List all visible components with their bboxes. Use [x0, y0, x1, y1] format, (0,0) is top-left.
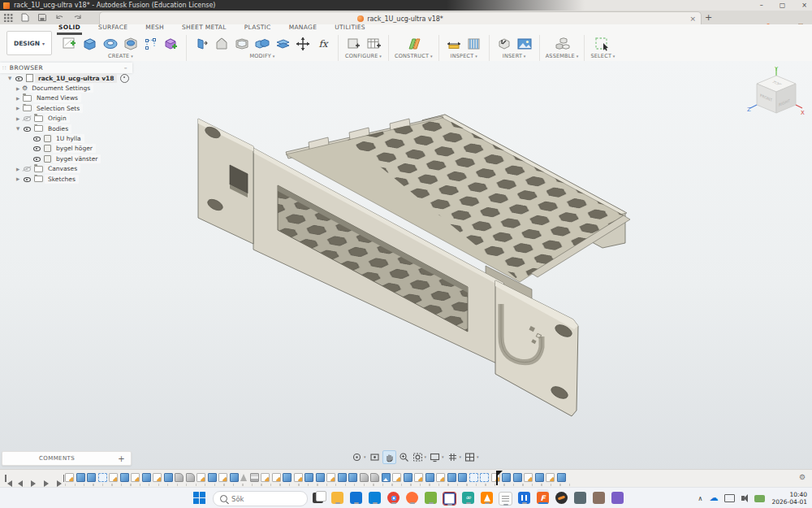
- step-back-button[interactable]: [18, 475, 25, 482]
- extrude-icon[interactable]: [81, 36, 99, 52]
- taskbar-app-icon[interactable]: [481, 489, 493, 504]
- browser-item-named-views[interactable]: ▶ Named Views: [0, 93, 132, 103]
- timeline-feature[interactable]: [513, 473, 522, 482]
- timeline-position-marker[interactable]: [496, 471, 498, 485]
- model-right-ear[interactable]: [495, 280, 578, 416]
- look-at-icon[interactable]: [369, 451, 381, 463]
- timeline-feature[interactable]: [218, 473, 227, 482]
- timeline-feature[interactable]: [524, 473, 533, 482]
- browser-item-body-bygel-vanster[interactable]: bygel vänster: [0, 154, 132, 163]
- timeline-feature[interactable]: [261, 473, 270, 482]
- construct-group-label[interactable]: CONSTRUCT: [395, 53, 433, 59]
- timeline-feature[interactable]: [326, 473, 335, 482]
- browser-item-bodies[interactable]: ▼ Bodies: [0, 124, 132, 133]
- timeline-feature[interactable]: [250, 473, 259, 482]
- timeline-feature[interactable]: [557, 473, 566, 482]
- press-pull-icon[interactable]: [192, 36, 210, 52]
- insert-mesh-icon[interactable]: [495, 36, 513, 52]
- save-icon[interactable]: [37, 13, 47, 22]
- configuration-icon[interactable]: [344, 36, 362, 52]
- browser-item-sketches[interactable]: ▶ Sketches: [0, 174, 132, 184]
- timeline-feature[interactable]: [131, 473, 140, 482]
- ribbon-tab[interactable]: SURFACE: [97, 24, 129, 35]
- timeline-feature[interactable]: [283, 473, 292, 482]
- taskbar-clock[interactable]: 10:40 2026-04-01: [771, 491, 807, 506]
- create-group-label[interactable]: CREATE: [108, 53, 133, 59]
- timeline-feature[interactable]: [382, 473, 391, 482]
- volume-icon[interactable]: [741, 496, 745, 501]
- taskbar-app-icon[interactable]: [443, 489, 456, 506]
- timeline-feature[interactable]: [436, 473, 445, 482]
- timeline-feature[interactable]: [414, 473, 423, 482]
- taskbar-app-icon[interactable]: [574, 489, 586, 504]
- close-button[interactable]: ×: [801, 0, 807, 11]
- browser-header[interactable]: ∷ BROWSER –: [0, 63, 132, 73]
- browser-item-document-settings[interactable]: ▶ ⚙ Document Settings: [0, 83, 132, 93]
- configuration-table-icon[interactable]: [365, 36, 382, 52]
- browser-item-body-bygel-hoger[interactable]: bygel höger: [0, 144, 132, 154]
- task-view-button[interactable]: [313, 493, 323, 503]
- timeline-settings-gear-icon[interactable]: ⚙: [799, 473, 806, 481]
- construction-plane-icon[interactable]: [404, 36, 422, 52]
- orbit-icon[interactable]: [351, 451, 363, 463]
- select-group-label[interactable]: SELECT: [590, 53, 615, 59]
- timeline-feature[interactable]: [175, 473, 184, 482]
- browser-item-root[interactable]: ▼ rack_1U_ucg-ultra v18: [0, 73, 132, 83]
- drag-grip-icon[interactable]: ∷: [2, 65, 6, 72]
- ribbon-tab[interactable]: UTILITIES: [333, 24, 367, 35]
- chamfer-icon[interactable]: [213, 36, 231, 52]
- expander-icon[interactable]: ▶: [15, 167, 21, 172]
- timeline-feature[interactable]: [469, 473, 478, 482]
- viewport-canvas[interactable]: ∷ BROWSER – ▼ rack_1U_ucg-ultra v18 ▶ ⚙ …: [0, 61, 812, 469]
- view-cube[interactable]: Y TOP FRONT RIGHT Z X: [747, 64, 806, 123]
- taskbar-app-icon[interactable]: [555, 489, 568, 504]
- revolve-icon[interactable]: [102, 36, 119, 52]
- timeline-feature[interactable]: [480, 473, 489, 482]
- timeline-feature[interactable]: [502, 473, 511, 482]
- viewports-icon[interactable]: [464, 451, 476, 463]
- ribbon-tab[interactable]: PLASTIC: [243, 24, 273, 35]
- timeline-feature[interactable]: [186, 473, 195, 482]
- visibility-eye-icon[interactable]: [15, 75, 23, 81]
- expander-icon[interactable]: ▶: [15, 176, 21, 181]
- undo-icon[interactable]: [54, 13, 64, 22]
- search-input[interactable]: Sök: [213, 491, 308, 506]
- combine-icon[interactable]: [253, 36, 271, 52]
- taskbar-app-icon[interactable]: [518, 489, 530, 504]
- tray-chevron-icon[interactable]: ∧: [698, 495, 703, 502]
- timeline-feature[interactable]: [348, 473, 357, 482]
- design-menu-button[interactable]: DESIGN: [6, 31, 52, 55]
- comments-panel[interactable]: COMMENTS +: [2, 451, 132, 466]
- timeline-feature[interactable]: [458, 473, 467, 482]
- expander-icon[interactable]: ▶: [15, 96, 21, 101]
- timeline-feature[interactable]: [109, 473, 118, 482]
- activate-component-icon[interactable]: [120, 74, 129, 83]
- timeline-feature[interactable]: [65, 473, 74, 482]
- visibility-eye-icon[interactable]: [32, 145, 41, 152]
- taskbar-app-icon[interactable]: [462, 489, 474, 504]
- timeline-feature[interactable]: [304, 473, 313, 482]
- timeline-feature[interactable]: [392, 473, 401, 482]
- inspect-group-label[interactable]: INSPECT: [451, 53, 477, 59]
- model-left-ear[interactable]: [198, 119, 253, 244]
- timeline-feature[interactable]: [294, 473, 303, 482]
- visibility-eye-icon[interactable]: [23, 176, 31, 182]
- split-body-icon[interactable]: [274, 36, 292, 52]
- go-to-end-button[interactable]: [57, 475, 64, 482]
- create-form-icon[interactable]: [162, 36, 180, 52]
- network-icon[interactable]: [754, 495, 765, 502]
- timeline-feature[interactable]: [425, 473, 434, 482]
- 3d-sketch-icon[interactable]: [142, 36, 160, 52]
- visibility-eye-icon[interactable]: [23, 125, 31, 132]
- add-comment-button[interactable]: +: [118, 454, 125, 463]
- insert-group-label[interactable]: INSERT: [503, 53, 526, 59]
- assemble-group-label[interactable]: ASSEMBLE: [546, 53, 579, 59]
- timeline-feature[interactable]: [316, 473, 325, 482]
- visibility-eye-off-icon[interactable]: [23, 166, 31, 172]
- taskbar-app-icon[interactable]: [425, 489, 437, 504]
- timeline-feature[interactable]: [404, 473, 412, 482]
- taskbar-app-icon[interactable]: [331, 489, 343, 504]
- section-analysis-icon[interactable]: [465, 36, 483, 52]
- timeline-feature[interactable]: [87, 473, 96, 482]
- fit-icon[interactable]: [412, 451, 424, 463]
